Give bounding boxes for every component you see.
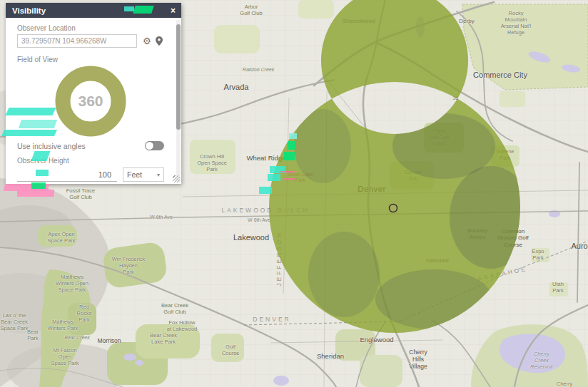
inclusive-angles-label: Use inclusive angles (17, 142, 86, 150)
observer-height-input[interactable] (17, 167, 117, 182)
gear-icon[interactable]: ⚙ (143, 36, 151, 46)
height-unit-select[interactable]: Feet ▾ (123, 167, 164, 182)
panel-body: Observer Location ⚙ Field of View 360 Us… (6, 18, 181, 184)
panel-resize-grip[interactable] (173, 175, 180, 182)
observer-location-label: Observer Location (17, 24, 164, 32)
close-icon[interactable]: × (171, 6, 176, 15)
visibility-panel: Visibility × Observer Location ⚙ Field o… (6, 3, 181, 184)
panel-header[interactable]: Visibility × (6, 3, 181, 18)
panel-scrollbar-thumb[interactable] (176, 24, 181, 130)
field-of-view-value: 360 (55, 66, 126, 137)
panel-title: Visibility (12, 6, 171, 15)
observer-location-input[interactable] (17, 34, 137, 48)
map-application: Rocky Mountain Arsenal Nat'l Refuge Comm… (0, 0, 588, 387)
location-pin-icon[interactable] (156, 36, 163, 46)
inclusive-angles-toggle[interactable] (145, 141, 164, 150)
height-unit-value: Feet (127, 170, 157, 179)
toggle-knob (146, 142, 153, 150)
field-of-view-label: Field of View (17, 56, 164, 63)
chevron-down-icon: ▾ (157, 172, 160, 178)
observer-point-marker[interactable] (390, 205, 397, 212)
observer-height-label: Observer Height (17, 157, 164, 165)
field-of-view-control[interactable]: 360 (55, 66, 126, 137)
